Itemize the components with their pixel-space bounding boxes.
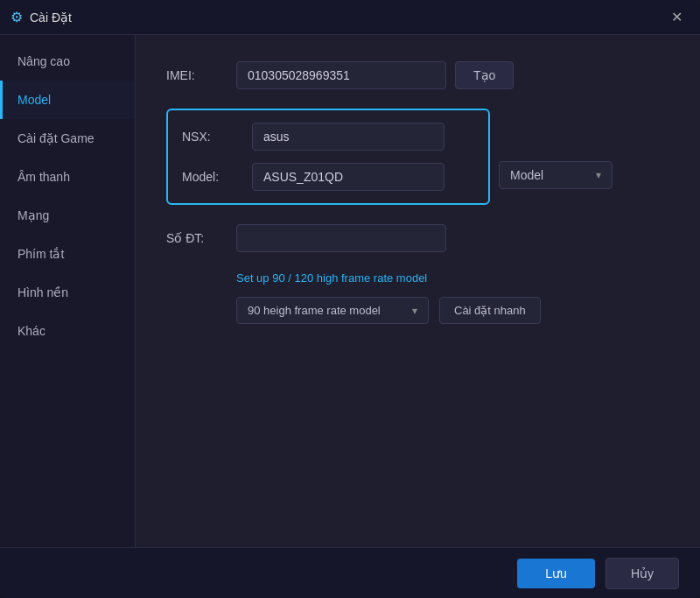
settings-icon: ⚙ (10, 9, 23, 25)
model-row: Model: (182, 163, 474, 191)
sidebar: Nâng cao Model Cài đặt Game Âm thanh Mạn… (0, 35, 136, 547)
model-dropdown[interactable]: Model ▾ (499, 161, 612, 189)
phone-label: Số ĐT: (166, 231, 236, 245)
close-button[interactable]: ✕ (664, 5, 690, 29)
nsx-label: NSX: (182, 130, 252, 144)
nsx-input[interactable] (252, 123, 444, 151)
phone-row: Số ĐT: (166, 224, 669, 252)
tao-button[interactable]: Tạo (455, 61, 514, 89)
titlebar: ⚙ Cài Đặt ✕ (0, 0, 700, 35)
imei-input[interactable] (236, 61, 446, 89)
imei-row: IMEI: Tạo (166, 61, 669, 89)
footer: Lưu Hủy (0, 547, 700, 598)
model-label: Model: (182, 170, 252, 184)
sidebar-item-model[interactable]: Model (0, 81, 135, 119)
sidebar-item-amthanh[interactable]: Âm thanh (0, 158, 135, 196)
chevron-down-icon: ▾ (596, 169, 601, 181)
model-dropdown-label: Model (510, 168, 543, 182)
chevron-down-icon: ▾ (412, 305, 417, 317)
model-input[interactable] (252, 163, 444, 191)
sidebar-item-mang[interactable]: Mạng (0, 196, 135, 235)
frame-rate-link[interactable]: Set up 90 / 120 high frame rate model (236, 271, 669, 285)
luu-button[interactable]: Lưu (517, 559, 595, 588)
frame-select[interactable]: 90 heigh frame rate model ▾ (236, 297, 429, 324)
sidebar-item-khac[interactable]: Khác (0, 312, 135, 350)
nsx-row: NSX: (182, 123, 474, 151)
settings-window: ⚙ Cài Đặt ✕ Nâng cao Model Cài đặt Game … (0, 0, 700, 598)
window-title: Cài Đặt (30, 11, 664, 25)
sidebar-item-nangcao[interactable]: Nâng cao (0, 42, 135, 81)
sidebar-item-hinhnen[interactable]: Hình nền (0, 273, 135, 312)
main-content: IMEI: Tạo NSX: Model: (136, 35, 700, 547)
nsx-model-box: NSX: Model: (166, 109, 490, 205)
huy-button[interactable]: Hủy (606, 558, 679, 589)
phone-input[interactable] (236, 224, 446, 252)
sidebar-item-phimtat[interactable]: Phím tắt (0, 235, 135, 273)
imei-label: IMEI: (166, 68, 236, 82)
caidat-nhanh-button[interactable]: Cài đặt nhanh (439, 297, 541, 324)
frame-select-label: 90 heigh frame rate model (248, 304, 381, 317)
frame-rate-row: 90 heigh frame rate model ▾ Cài đặt nhan… (236, 297, 669, 324)
sidebar-item-caidatgame[interactable]: Cài đặt Game (0, 119, 135, 158)
content-area: Nâng cao Model Cài đặt Game Âm thanh Mạn… (0, 35, 700, 547)
